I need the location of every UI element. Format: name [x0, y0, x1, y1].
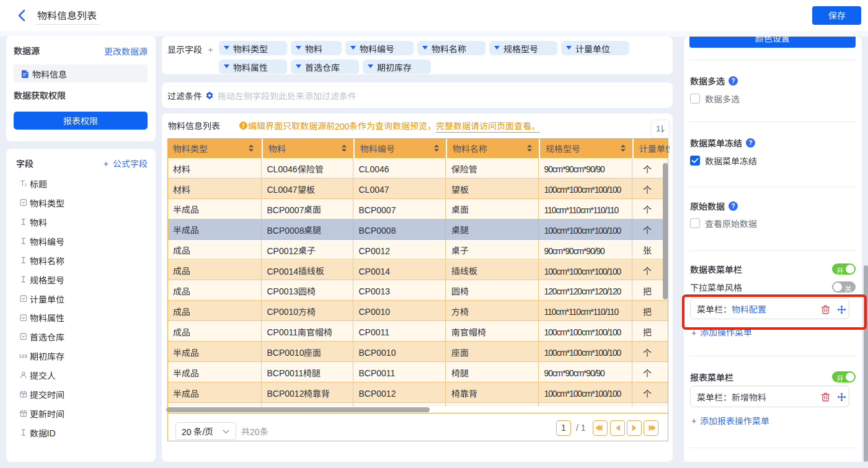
svg-text:?: ?: [731, 77, 735, 84]
svg-text:?: ?: [748, 139, 752, 146]
svg-text:?: ?: [731, 203, 735, 210]
